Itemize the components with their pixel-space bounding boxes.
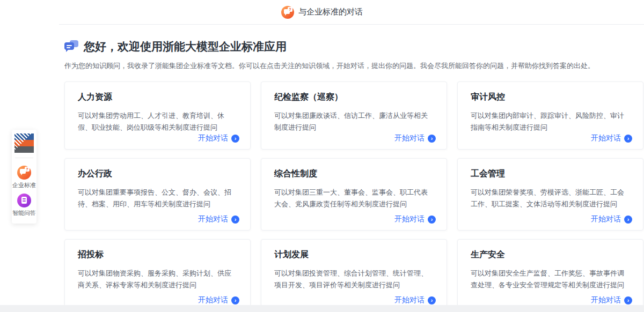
welcome-subtitle: 作为您的知识顾问，我收录了浙能集团企业标准等文档。你可以在点击关注的知识领域，开… — [64, 61, 644, 71]
sidebar-item-smart-qa[interactable]: 智能问答 — [12, 191, 36, 218]
topic-card-office: 办公行政 可以对集团重要事项报告、公文、督办、会议、招待、档案、用印、用车等相关… — [64, 158, 251, 231]
card-description: 可以对集团廉政谈话、信访工作、廉洁从业等相关制度进行提问 — [261, 110, 447, 133]
start-chat-link[interactable]: 开始对话 › — [394, 133, 436, 143]
start-chat-link[interactable]: 开始对话 › — [591, 214, 632, 224]
card-description: 可以对集团内部审计、跟踪审计、风险防控、审计指南等相关制度进行提问 — [458, 110, 643, 133]
card-title: 办公行政 — [65, 159, 250, 180]
card-title: 纪检监察（巡察） — [261, 82, 447, 103]
arrow-right-icon: › — [624, 135, 632, 143]
sidebar-item-label: 企业标准 — [12, 181, 36, 189]
card-description: 可以对集团三重一大、董事会、监事会、职工代表大会、党风廉政责任制等相关制度进行提… — [261, 187, 447, 210]
card-description: 可以对集团荣誉奖项、劳模评选、浙能工匠、工会工作、职工提案、文体活动等相关制度进… — [458, 187, 643, 210]
topic-card-union: 工会管理 可以对集团荣誉奖项、劳模评选、浙能工匠、工会工作、职工提案、文体活动等… — [457, 158, 643, 231]
topic-card-grid: 人力资源 可以对集团劳动用工、人才引进、教育培训、休假、职业技能、岗位职级等相关… — [64, 81, 644, 311]
start-chat-label: 开始对话 — [394, 133, 425, 143]
topic-card-comprehensive: 综合性制度 可以对集团三重一大、董事会、监事会、职工代表大会、党风廉政责任制等相… — [261, 158, 447, 231]
start-chat-link[interactable]: 开始对话 › — [394, 214, 436, 224]
card-title: 人力资源 — [65, 82, 250, 103]
enterprise-standard-icon: ? — [17, 166, 31, 180]
card-description: 可以对集团重要事项报告、公文、督办、会议、招待、档案、用印、用车等相关制度进行提… — [65, 187, 250, 210]
start-chat-label: 开始对话 — [198, 214, 228, 224]
card-title: 综合性制度 — [261, 159, 447, 180]
start-chat-link[interactable]: 开始对话 › — [198, 133, 239, 143]
topic-card-safety: 生产安全 可以对集团安全生产监督、工作奖惩、事故事件调查处理、各专业安全管理规定… — [457, 239, 643, 311]
start-chat-label: 开始对话 — [394, 295, 425, 305]
arrow-right-icon: › — [624, 296, 632, 304]
start-chat-link[interactable]: 开始对话 › — [591, 133, 632, 143]
smart-qa-icon — [17, 194, 31, 207]
start-chat-label: 开始对话 — [591, 214, 621, 224]
sidebar-divider — [15, 158, 33, 158]
topic-card-audit: 审计风控 可以对集团内部审计、跟踪审计、风险防控、审计指南等相关制度进行提问 开… — [457, 81, 643, 150]
card-description: 可以对集团劳动用工、人才引进、教育培训、休假、职业技能、岗位职级等相关制度进行提… — [65, 110, 250, 133]
floating-sidebar: ? 企业标准 智能问答 — [12, 130, 36, 224]
chat-bubbles-icon — [64, 40, 78, 53]
card-description: 可以对集团投资管理、综合计划管理、统计管理、项目开发、项目评价等相关制度进行提问 — [261, 268, 447, 291]
arrow-right-icon: › — [428, 216, 436, 224]
start-chat-label: 开始对话 — [591, 295, 621, 305]
zheneng-logo — [14, 133, 34, 153]
welcome-title: 您好，欢迎使用浙能大模型企业标准应用 — [84, 39, 287, 54]
card-title: 审计风控 — [458, 82, 643, 103]
topic-card-bidding: 招投标 可以对集团物资采购、服务采购、采购计划、供应商关系、评标专家等相关制度进… — [64, 239, 251, 311]
start-chat-link[interactable]: 开始对话 › — [394, 295, 436, 305]
sidebar-item-enterprise-standard[interactable]: ? 企业标准 — [12, 164, 36, 190]
card-title: 工会管理 — [458, 159, 643, 180]
start-chat-label: 开始对话 — [394, 214, 425, 224]
arrow-right-icon: › — [428, 135, 436, 143]
bottom-strip — [0, 305, 644, 312]
header-divider — [59, 24, 644, 25]
enterprise-standard-icon: ? — [281, 6, 294, 19]
top-header: ? 与企业标准的对话 — [0, 0, 644, 24]
start-chat-link[interactable]: 开始对话 › — [591, 295, 632, 305]
card-title: 计划发展 — [261, 240, 447, 261]
card-description: 可以对集团安全生产监督、工作奖惩、事故事件调查处理、各专业安全管理规定等相关制度… — [458, 268, 643, 291]
start-chat-label: 开始对话 — [198, 295, 228, 305]
arrow-right-icon: › — [231, 296, 239, 304]
topic-card-planning: 计划发展 可以对集团投资管理、综合计划管理、统计管理、项目开发、项目评价等相关制… — [261, 239, 447, 311]
sidebar-item-label: 智能问答 — [12, 209, 36, 217]
start-chat-label: 开始对话 — [198, 133, 228, 143]
main-content: 您好，欢迎使用浙能大模型企业标准应用 作为您的知识顾问，我收录了浙能集团企业标准… — [64, 24, 644, 311]
arrow-right-icon: › — [624, 216, 632, 224]
start-chat-link[interactable]: 开始对话 › — [198, 214, 239, 224]
topic-card-discipline: 纪检监察（巡察） 可以对集团廉政谈话、信访工作、廉洁从业等相关制度进行提问 开始… — [261, 81, 447, 150]
topic-card-hr: 人力资源 可以对集团劳动用工、人才引进、教育培训、休假、职业技能、岗位职级等相关… — [64, 81, 251, 150]
card-description: 可以对集团物资采购、服务采购、采购计划、供应商关系、评标专家等相关制度进行提问 — [65, 268, 250, 291]
start-chat-label: 开始对话 — [591, 133, 621, 143]
card-title: 招投标 — [65, 240, 250, 261]
start-chat-link[interactable]: 开始对话 › — [198, 295, 239, 305]
arrow-right-icon: › — [231, 216, 239, 224]
page-title: 与企业标准的对话 — [298, 7, 363, 17]
arrow-right-icon: › — [231, 135, 239, 143]
card-title: 生产安全 — [458, 240, 643, 261]
arrow-right-icon: › — [428, 296, 436, 304]
